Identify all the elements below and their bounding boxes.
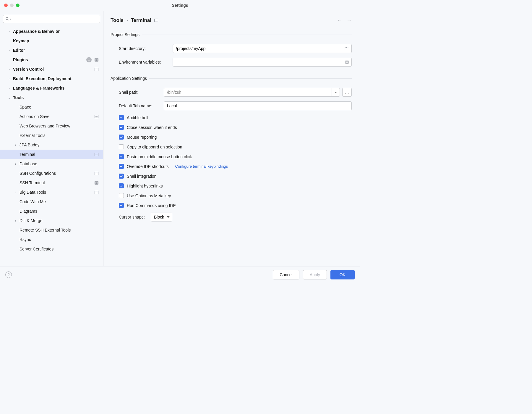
checkbox[interactable] <box>119 183 124 188</box>
sidebar-item[interactable]: ›Database <box>3 159 100 169</box>
shell-path-browse-button[interactable]: … <box>342 88 352 97</box>
search-icon <box>5 17 9 21</box>
apply-button[interactable]: Apply <box>303 270 327 279</box>
sidebar-item-label: Plugins <box>13 57 85 62</box>
for-current-project-icon <box>95 58 98 62</box>
sidebar-item[interactable]: ›Plugins1 <box>3 55 100 64</box>
checkbox-label: Shell integration <box>127 174 156 179</box>
chevron-icon: › <box>13 162 18 166</box>
checkbox[interactable] <box>119 164 124 169</box>
default-tab-input[interactable] <box>164 101 352 110</box>
checkbox-label: Mouse reporting <box>127 135 157 140</box>
chevron-right-icon: › <box>126 18 128 22</box>
sidebar-item-label: SSH Terminal <box>20 180 93 185</box>
configure-keybindings-link[interactable]: Configure terminal keybindings <box>175 164 228 169</box>
checkbox[interactable] <box>119 125 124 130</box>
back-button[interactable]: ← <box>337 17 342 23</box>
sidebar-item[interactable]: ›Diff & Merge <box>3 216 100 225</box>
sidebar-item-label: Tools <box>13 95 98 100</box>
sidebar-item-label: Actions on Save <box>20 114 93 119</box>
sidebar-item[interactable]: ›Code With Me <box>3 197 100 206</box>
minimize-window-button[interactable] <box>10 4 14 7</box>
ok-button[interactable]: OK <box>330 270 355 279</box>
env-vars-label: Environment variables: <box>111 60 173 64</box>
chevron-icon: › <box>13 143 18 147</box>
sidebar-item[interactable]: ›Languages & Frameworks <box>3 83 100 93</box>
shell-path-input[interactable] <box>164 88 340 97</box>
sidebar-item-label: Build, Execution, Deployment <box>13 76 98 81</box>
dialog-footer: ? Cancel Apply OK <box>0 266 360 283</box>
checkbox[interactable] <box>119 174 124 179</box>
chevron-icon: › <box>7 30 12 33</box>
window-title: Settings <box>0 3 360 8</box>
sidebar-item[interactable]: ›Actions on Save <box>3 112 100 121</box>
checkbox-label: Use Option as Meta key <box>127 193 171 198</box>
sidebar-item[interactable]: ›Version Control <box>3 64 100 74</box>
sidebar-item-label: Database <box>20 161 98 166</box>
maximize-window-button[interactable] <box>16 4 20 7</box>
sidebar-item[interactable]: ›Web Browsers and Preview <box>3 121 100 131</box>
sidebar-item-label: JPA Buddy <box>20 143 98 147</box>
for-current-project-icon <box>95 115 98 118</box>
settings-search-input[interactable] <box>3 15 100 23</box>
checkbox-row: Run Commands using IDE <box>111 200 352 210</box>
sidebar-item-label: Appearance & Behavior <box>13 29 98 34</box>
for-current-project-icon <box>95 191 98 194</box>
help-button[interactable]: ? <box>5 271 12 278</box>
checkbox-row: Highlight hyperlinks <box>111 181 352 191</box>
search-history-dropdown-icon[interactable]: ▾ <box>10 18 11 20</box>
checkbox[interactable] <box>119 135 124 140</box>
sidebar-item[interactable]: ⌄Tools <box>3 93 100 102</box>
checkbox-label: Highlight hyperlinks <box>127 184 163 188</box>
application-settings-group: Application Settings Shell path: ▼ … Def… <box>111 76 352 221</box>
sidebar-item-label: Languages & Frameworks <box>13 86 98 90</box>
cancel-button[interactable]: Cancel <box>273 270 299 279</box>
checkbox-row: Audible bell <box>111 113 352 122</box>
sidebar-item[interactable]: ›Build, Execution, Deployment <box>3 74 100 83</box>
sidebar-item[interactable]: ›External Tools <box>3 131 100 140</box>
cursor-shape-select[interactable]: Block <box>151 213 172 221</box>
checkbox[interactable] <box>119 154 124 159</box>
checkbox[interactable] <box>119 203 124 208</box>
env-vars-input[interactable] <box>173 58 352 67</box>
sidebar-item[interactable]: ›Editor <box>3 46 100 55</box>
chevron-icon: › <box>7 49 12 52</box>
chevron-icon: › <box>7 77 12 80</box>
forward-button[interactable]: → <box>346 17 352 23</box>
list-icon[interactable] <box>345 60 349 64</box>
sidebar-item[interactable]: ›Space <box>3 102 100 112</box>
application-settings-legend: Application Settings <box>111 76 149 81</box>
checkbox[interactable] <box>119 144 124 149</box>
default-tab-label: Default Tab name: <box>111 104 164 108</box>
cursor-shape-label: Cursor shape: <box>119 215 145 219</box>
sidebar-item[interactable]: ›JPA Buddy <box>3 140 100 150</box>
checkbox-row: Shell integration <box>111 171 352 181</box>
checkbox-row: Copy to clipboard on selection <box>111 142 352 152</box>
sidebar-item[interactable]: ›Rsync <box>3 235 100 244</box>
chevron-icon: ⌄ <box>7 96 12 99</box>
checkbox[interactable] <box>119 115 124 120</box>
sidebar-item[interactable]: ›Remote SSH External Tools <box>3 225 100 235</box>
sidebar-item[interactable]: ›Appearance & Behavior <box>3 27 100 36</box>
folder-icon[interactable] <box>345 46 349 51</box>
sidebar-item[interactable]: ›Diagrams <box>3 206 100 216</box>
close-window-button[interactable] <box>4 4 8 7</box>
sidebar-item[interactable]: ›Keymap <box>3 36 100 46</box>
breadcrumb-parent[interactable]: Tools <box>111 17 124 23</box>
sidebar-item-label: Terminal <box>20 152 93 157</box>
sidebar-item[interactable]: ›Server Certificates <box>3 244 100 254</box>
project-settings-legend: Project Settings <box>111 32 142 37</box>
sidebar-item[interactable]: ›Terminal <box>0 150 103 159</box>
checkbox-label: Audible bell <box>127 115 148 120</box>
sidebar-item-label: Editor <box>13 48 98 53</box>
sidebar-item[interactable]: ›Big Data Tools <box>3 187 100 197</box>
start-directory-input[interactable] <box>173 44 352 53</box>
titlebar: Settings <box>0 0 360 11</box>
checkbox[interactable] <box>119 193 124 198</box>
breadcrumb: Tools › Terminal <box>111 17 158 23</box>
sidebar-item-label: Remote SSH External Tools <box>20 228 98 232</box>
sidebar-item[interactable]: ›SSH Terminal <box>3 178 100 187</box>
shell-path-dropdown-button[interactable]: ▼ <box>332 88 340 97</box>
checkbox-label: Paste on middle mouse button click <box>127 154 192 159</box>
sidebar-item[interactable]: ›SSH Configurations <box>3 169 100 178</box>
